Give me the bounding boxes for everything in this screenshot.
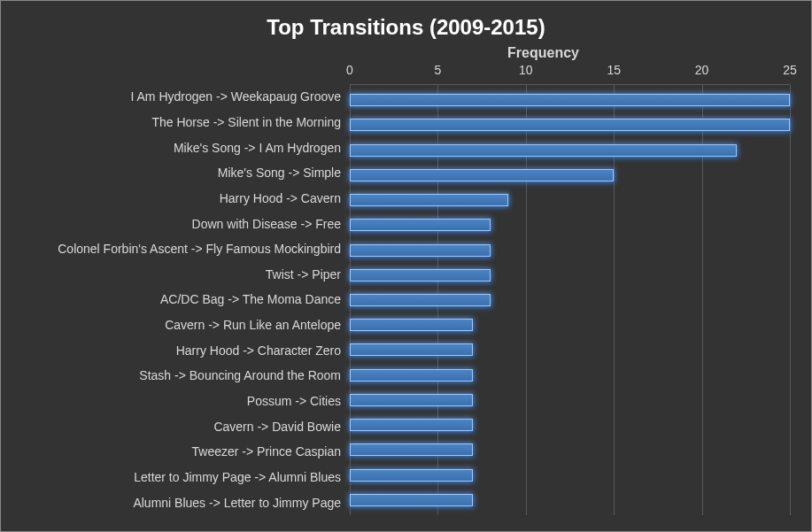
x-tick-label: 5: [434, 63, 441, 77]
category-label: AC/DC Bag -> The Moma Dance: [22, 293, 350, 305]
bar: [350, 294, 491, 306]
bar: [350, 494, 473, 506]
bar-row: [350, 143, 790, 158]
bar-row: [350, 93, 790, 107]
category-label: Stash -> Bouncing Around the Room: [22, 369, 350, 382]
category-label: I Am Hydrogen -> Weekapaug Groove: [22, 90, 350, 103]
bar: [350, 194, 508, 206]
chart-frame: Top Transitions (2009-2015) Frequency 05…: [0, 0, 812, 532]
bar: [350, 144, 737, 157]
bar-row: [350, 293, 790, 307]
x-tick-label: 10: [519, 63, 533, 77]
bar: [350, 94, 790, 106]
bar: [350, 269, 491, 281]
bar: [350, 319, 473, 331]
category-label: Possum -> Cities: [22, 395, 350, 407]
bar-row: [350, 368, 790, 382]
bar-row: [350, 493, 790, 507]
bar: [350, 419, 473, 431]
category-label: Mike's Song -> I Am Hydrogen: [22, 142, 350, 154]
bar-row: [350, 218, 790, 232]
category-label: Down with Disease -> Free: [22, 218, 350, 230]
bar-row: [350, 118, 790, 132]
bar-row: [350, 193, 790, 207]
x-ticks-area: 0510152025: [350, 63, 790, 84]
bar: [350, 443, 473, 456]
x-tick-label: 0: [346, 63, 353, 77]
bar: [350, 343, 473, 356]
bar: [350, 244, 491, 257]
category-label: Twist -> Piper: [22, 268, 350, 281]
bar-row: [350, 443, 790, 457]
bar-row: [350, 318, 790, 332]
category-label: Colonel Forbin's Ascent -> Fly Famous Mo…: [22, 243, 350, 255]
category-label: Harry Hood -> Cavern: [22, 192, 350, 204]
bar-row: [350, 393, 790, 407]
bar: [350, 119, 790, 131]
bar: [350, 394, 473, 406]
bar: [350, 219, 491, 231]
category-label: Alumni Blues -> Letter to Jimmy Page: [22, 497, 350, 509]
x-tick-row: 0510152025: [22, 63, 790, 84]
plot-area: [350, 84, 790, 515]
bar: [350, 169, 614, 181]
x-axis-title: Frequency: [297, 45, 790, 61]
bar-row: [350, 268, 790, 282]
bar-row: [350, 418, 790, 432]
category-label: The Horse -> Silent in the Morning: [22, 116, 350, 128]
category-label: Letter to Jimmy Page -> Alumni Blues: [22, 471, 350, 483]
x-tick-label: 25: [783, 63, 797, 77]
bar-row: [350, 468, 790, 482]
category-label: Tweezer -> Prince Caspian: [22, 445, 350, 458]
category-label: Mike's Song -> Simple: [22, 166, 350, 179]
bar: [350, 369, 473, 382]
chart-title: Top Transitions (2009-2015): [22, 15, 790, 40]
bar: [350, 469, 473, 482]
plot-body: I Am Hydrogen -> Weekapaug GrooveThe Hor…: [22, 84, 790, 515]
bar-row: [350, 243, 790, 258]
bar-row: [350, 343, 790, 357]
category-label: Cavern -> Run Like an Antelope: [22, 319, 350, 331]
category-labels: I Am Hydrogen -> Weekapaug GrooveThe Hor…: [22, 84, 350, 515]
x-tick-label: 20: [695, 63, 709, 77]
category-label: Cavern -> David Bowie: [22, 420, 350, 433]
plot-wrap: Frequency 0510152025 I Am Hydrogen -> We…: [22, 45, 790, 515]
x-tick-label: 15: [607, 63, 621, 77]
gridline: [790, 85, 791, 515]
bar-row: [350, 168, 790, 182]
category-label: Harry Hood -> Character Zero: [22, 344, 350, 357]
